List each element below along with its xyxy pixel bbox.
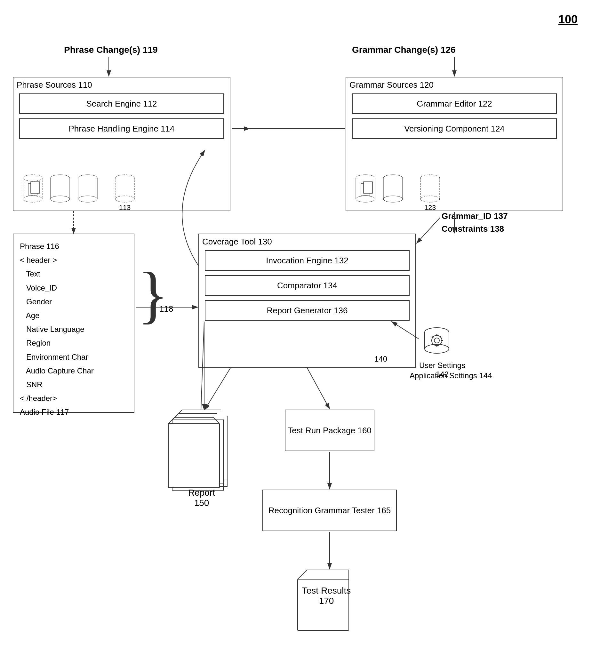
phrase-field-gender: Gender (26, 297, 52, 306)
user-settings-icon (419, 323, 454, 358)
phrase-116-box: Phrase 116 < header > Text Voice_ID Gend… (13, 234, 134, 413)
coverage-tool-outer: Coverage Tool 130 Invocation Engine 132 … (198, 234, 416, 368)
phrase-cylinder-2 (49, 174, 72, 203)
test-run-package-box: Test Run Package 160 (285, 410, 374, 451)
phrase-116-content: Phrase 116 < header > Text Voice_ID Gend… (20, 239, 127, 419)
diagram-number: 100 (558, 13, 578, 26)
grammar-cylinder-2 (381, 174, 404, 203)
phrase-field-age: Age (26, 311, 40, 320)
svg-line-64 (298, 570, 307, 579)
grammar-sources-outer: Grammar Sources 120 Grammar Editor 122 V… (346, 77, 563, 211)
grammar-id-label: Grammar_ID 137 (442, 211, 508, 221)
phrase-116-title: Phrase 116 (20, 242, 59, 251)
phrase-cylinder-113: 113 (113, 174, 136, 203)
comparator-box: Comparator 134 (205, 275, 410, 296)
phrase-field-audio-char: Audio Capture Char (26, 366, 94, 375)
user-settings-label: User Settings (419, 361, 465, 370)
svg-rect-27 (364, 182, 372, 193)
svg-line-50 (440, 344, 441, 345)
svg-point-32 (383, 196, 403, 202)
diagram: 100 Phrase Change(s) 119 Grammar Change(… (0, 0, 616, 672)
report-area: Report 150 (166, 410, 237, 508)
report-number: 150 (166, 498, 237, 508)
brace-118: } (138, 262, 168, 326)
svg-line-49 (433, 336, 434, 337)
phrase-cylinder-3 (76, 174, 99, 203)
cylinder-113-label: 113 (113, 204, 136, 212)
svg-rect-5 (31, 182, 40, 193)
phrase-field-native-language: Native Language (26, 325, 84, 333)
phrase-header-open: < header > (20, 256, 57, 264)
grammar-sources-title: Grammar Sources 120 (349, 80, 434, 90)
svg-line-74 (417, 218, 440, 243)
phrase-sources-outer: Phrase Sources 110 Search Engine 112 Phr… (13, 77, 230, 211)
label-118: 118 (159, 304, 173, 314)
application-settings-label: Application Settings 144 (410, 371, 492, 380)
phrase-header-close: < /header> (20, 394, 57, 403)
svg-point-37 (420, 196, 440, 202)
phrase-field-text: Text (26, 269, 40, 278)
coverage-tool-title: Coverage Tool 130 (202, 237, 272, 247)
test-results-area: Test Results 170 (294, 570, 358, 635)
recognition-grammar-tester-box: Recognition Grammar Tester 165 (262, 490, 397, 531)
report-pages-icon (166, 410, 237, 499)
svg-point-3 (23, 196, 42, 202)
report-generator-box: Report Generator 136 (205, 300, 410, 321)
svg-line-79 (307, 368, 330, 409)
svg-line-52 (433, 344, 434, 345)
svg-point-25 (356, 196, 375, 202)
grammar-copy-cylinder (354, 174, 377, 203)
test-results-label: Test Results 170 (294, 586, 358, 606)
svg-point-0 (23, 175, 42, 181)
phrase-field-snr: SNR (26, 380, 43, 389)
phrase-sources-title: Phrase Sources 110 (17, 80, 92, 90)
svg-point-15 (78, 196, 97, 202)
grammar-cylinders: 123 (354, 174, 442, 203)
phrase-field-env-char: Environment Char (26, 353, 88, 361)
svg-point-20 (115, 196, 134, 202)
phrase-field-region: Region (26, 339, 51, 347)
phrase-cylinders: 113 (21, 174, 136, 203)
grammar-cylinder-123: 123 (419, 174, 442, 203)
phrase-audio-file: Audio File 117 (20, 408, 69, 416)
search-engine-box: Search Engine 112 (19, 93, 224, 114)
cylinder-123-label: 123 (419, 204, 442, 212)
svg-rect-59 (168, 424, 220, 488)
versioning-box: Versioning Component 124 (352, 118, 557, 139)
user-settings-area: User Settings 142 (419, 323, 465, 379)
svg-line-51 (440, 336, 441, 337)
phrase-handling-box: Phrase Handling Engine 114 (19, 118, 224, 139)
phrase-changes-label: Phrase Change(s) 119 (64, 45, 158, 55)
phrase-field-voice-id: Voice_ID (26, 284, 57, 292)
label-140: 140 (374, 355, 387, 364)
svg-line-78 (205, 368, 230, 410)
grammar-changes-label: Grammar Change(s) 126 (352, 45, 456, 55)
constraints-label: Constraints 138 (442, 224, 504, 234)
invocation-box: Invocation Engine 132 (205, 250, 410, 271)
grammar-editor-box: Grammar Editor 122 (352, 93, 557, 114)
svg-point-10 (51, 196, 70, 202)
phrase-copy-cylinder (21, 174, 44, 203)
